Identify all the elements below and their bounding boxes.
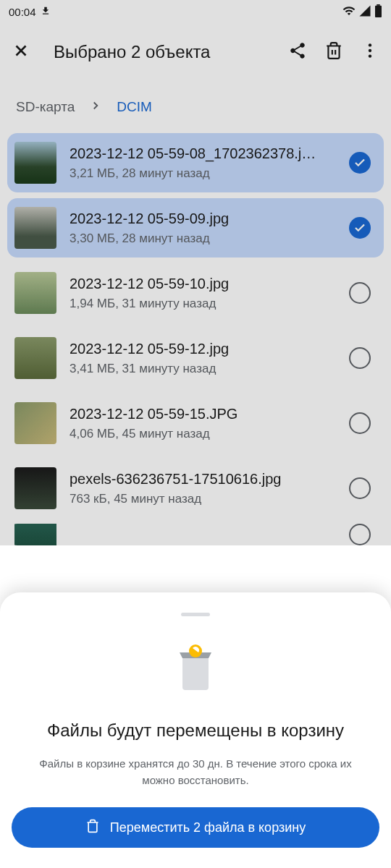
checkbox-empty[interactable]	[349, 412, 371, 434]
svg-point-4	[369, 54, 371, 57]
delete-bottom-sheet: Файлы будут перемещены в корзину Файлы в…	[0, 592, 391, 868]
breadcrumb: SD-карта DCIM	[0, 81, 391, 133]
file-meta: 3,41 МБ, 31 минуту назад	[70, 362, 336, 376]
file-item[interactable]: 2023-12-12 05-59-09.jpg 3,30 МБ, 28 мину…	[7, 198, 384, 258]
svg-rect-5	[182, 657, 209, 690]
file-thumbnail	[14, 272, 56, 314]
file-name: 2023-12-12 05-59-09.jpg	[70, 210, 336, 227]
file-item[interactable]	[7, 524, 384, 545]
file-item[interactable]: 2023-12-12 05-59-08_1702362378.j… 3,21 М…	[7, 133, 384, 192]
file-name: 2023-12-12 05-59-10.jpg	[70, 276, 336, 292]
breadcrumb-root[interactable]: SD-карта	[16, 99, 75, 115]
file-thumbnail	[14, 337, 56, 379]
file-item[interactable]: 2023-12-12 05-59-10.jpg 1,94 МБ, 31 мину…	[7, 263, 384, 323]
toolbar-title: Выбрано 2 объекта	[54, 42, 271, 62]
battery-icon	[374, 4, 382, 20]
file-name: pexels-636236751-17510616.jpg	[70, 471, 336, 488]
sheet-description: Файлы в корзине хранятся до 30 дн. В теч…	[12, 756, 379, 788]
breadcrumb-current[interactable]: DCIM	[117, 99, 152, 115]
status-time: 00:04	[9, 6, 36, 18]
signal-icon	[358, 4, 371, 20]
svg-rect-0	[375, 5, 382, 17]
drag-handle[interactable]	[181, 613, 210, 616]
trash-illustration-icon	[12, 634, 379, 696]
file-meta: 763 кБ, 45 минут назад	[70, 492, 336, 506]
file-name: 2023-12-12 05-59-08_1702362378.j…	[70, 145, 336, 162]
close-icon[interactable]	[12, 41, 30, 63]
trash-icon	[85, 819, 100, 837]
svg-point-3	[369, 49, 371, 52]
more-icon[interactable]	[361, 41, 379, 63]
selection-toolbar: Выбрано 2 объекта	[0, 23, 391, 81]
checkbox-empty[interactable]	[349, 282, 371, 304]
svg-point-2	[369, 43, 371, 46]
file-thumbnail	[14, 402, 56, 444]
file-item[interactable]: pexels-636236751-17510616.jpg 763 кБ, 45…	[7, 459, 384, 518]
delete-icon[interactable]	[324, 41, 343, 63]
download-icon	[41, 6, 51, 18]
file-meta: 4,06 МБ, 45 минут назад	[70, 427, 336, 441]
checkbox-empty[interactable]	[349, 347, 371, 369]
checkbox-empty[interactable]	[349, 477, 371, 499]
file-meta: 3,21 МБ, 28 минут назад	[70, 166, 336, 181]
file-name: 2023-12-12 05-59-12.jpg	[70, 341, 336, 357]
checkmark-icon[interactable]	[349, 217, 371, 239]
wifi-icon	[342, 4, 356, 20]
chevron-right-icon	[89, 99, 102, 116]
file-name: 2023-12-12 05-59-15.JPG	[70, 406, 336, 422]
checkmark-icon[interactable]	[349, 152, 371, 174]
move-to-trash-button[interactable]: Переместить 2 файла в корзину	[12, 807, 379, 848]
file-meta: 3,30 МБ, 28 минут назад	[70, 231, 336, 246]
svg-rect-1	[377, 4, 380, 6]
file-thumbnail	[14, 142, 56, 184]
sheet-title: Файлы будут перемещены в корзину	[12, 719, 379, 741]
file-thumbnail	[14, 467, 56, 509]
file-list: 2023-12-12 05-59-08_1702362378.j… 3,21 М…	[0, 133, 391, 545]
file-meta: 1,94 МБ, 31 минуту назад	[70, 297, 336, 311]
status-bar: 00:04	[0, 0, 391, 23]
svg-point-7	[189, 644, 202, 658]
file-thumbnail	[14, 524, 56, 545]
share-icon[interactable]	[288, 41, 307, 63]
file-thumbnail	[14, 207, 56, 249]
file-item[interactable]: 2023-12-12 05-59-15.JPG 4,06 МБ, 45 мину…	[7, 393, 384, 453]
file-item[interactable]: 2023-12-12 05-59-12.jpg 3,41 МБ, 31 мину…	[7, 328, 384, 388]
button-label: Переместить 2 файла в корзину	[110, 820, 306, 835]
checkbox-empty[interactable]	[349, 524, 371, 545]
